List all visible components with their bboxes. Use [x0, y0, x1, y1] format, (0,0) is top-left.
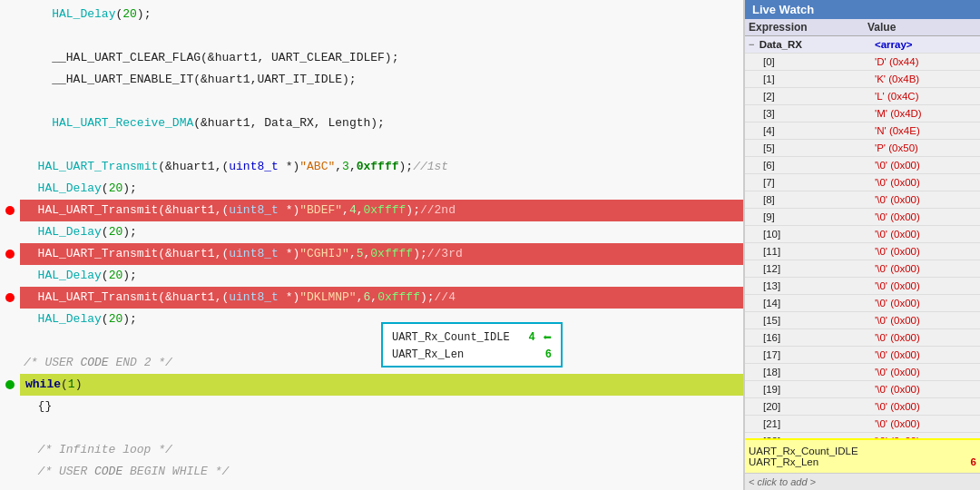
code-line: HAL_Delay(20); [0, 265, 743, 287]
code-line [0, 417, 743, 439]
watch-item-19[interactable]: [19] '\0' (0x00) [745, 381, 980, 398]
watch-item-11[interactable]: [11] '\0' (0x00) [745, 243, 980, 260]
code-line: HAL_Delay(20); [0, 221, 743, 243]
code-line: HAL_Delay(20); [0, 309, 743, 330]
watch-item-17[interactable]: [17] '\0' (0x00) [745, 347, 980, 364]
breakpoint-dot [5, 250, 15, 259]
line-text: HAL_UART_Transmit(&huart1,(uint8_t *)"CG… [20, 243, 743, 265]
watch-item-4-val: 'N' (0x4E) [871, 124, 980, 137]
code-line: HAL_Delay(20); [0, 178, 743, 200]
code-line [0, 91, 743, 113]
line-gutter [0, 439, 20, 461]
line-text [20, 91, 743, 113]
watch-item-15-val: '\0' (0x00) [871, 314, 980, 327]
watch-item-16[interactable]: [16] '\0' (0x00) [745, 329, 980, 347]
code-line-braces: {} [0, 396, 743, 417]
line-gutter [0, 156, 20, 178]
line-gutter [0, 309, 20, 330]
watch-val-root: <array> [871, 38, 980, 51]
tooltip-row-1: UART_Rx_Count_IDLE 4 ⬅ [392, 328, 552, 348]
watch-item-1[interactable]: [1] 'K' (0x4B) [745, 71, 980, 88]
code-line-while: while(1) [0, 374, 743, 396]
watch-item-18-val: '\0' (0x00) [871, 366, 980, 378]
line-gutter [0, 69, 20, 91]
line-gutter [0, 4, 20, 25]
line-gutter [0, 134, 20, 156]
watch-item-14-val: '\0' (0x00) [871, 297, 980, 309]
code-line: HAL_UART_Receive_DMA(&huart1, Data_RX, L… [0, 113, 743, 134]
watch-item-8[interactable]: [8] '\0' (0x00) [745, 191, 980, 209]
watch-item-9[interactable]: [9] '\0' (0x00) [745, 209, 980, 226]
watch-item-15[interactable]: [15] '\0' (0x00) [745, 312, 980, 329]
breakpoint-dot [5, 293, 15, 302]
watch-item-5-expr: [5] [745, 142, 871, 154]
line-text: HAL_Delay(20); [20, 4, 743, 25]
watch-rows[interactable]: − Data_RX <array> [0] 'D' (0x44) [1] 'K'… [745, 36, 980, 438]
watch-item-20[interactable]: [20] '\0' (0x00) [745, 398, 980, 416]
watch-item-2-expr: [2] [745, 90, 871, 103]
execution-dot [5, 380, 15, 389]
watch-item-3[interactable]: [3] 'M' (0x4D) [745, 105, 980, 122]
line-text: HAL_UART_Receive_DMA(&huart1, Data_RX, L… [20, 113, 743, 134]
line-gutter [0, 417, 20, 439]
watch-bottom: UART_Rx_Count_IDLE UART_Rx_Len 6 [745, 438, 980, 473]
watch-item-12[interactable]: [12] '\0' (0x00) [745, 260, 980, 278]
line-gutter [0, 396, 20, 417]
watch-item-1-val: 'K' (0x4B) [871, 73, 980, 85]
watch-item-7[interactable]: [7] '\0' (0x00) [745, 174, 980, 191]
watch-item-16-expr: [16] [745, 331, 871, 344]
minus-icon: − [749, 39, 754, 50]
watch-item-10[interactable]: [10] '\0' (0x00) [745, 226, 980, 243]
watch-item-21[interactable]: [21] '\0' (0x00) [745, 416, 980, 433]
watch-item-6[interactable]: [6] '\0' (0x00) [745, 157, 980, 174]
line-gutter [0, 91, 20, 113]
watch-item-21-expr: [21] [745, 417, 871, 430]
watch-item-14[interactable]: [14] '\0' (0x00) [745, 295, 980, 312]
col-val-label: Value [867, 21, 976, 34]
watch-item-4-expr: [4] [745, 124, 871, 137]
watch-item-20-val: '\0' (0x00) [871, 400, 980, 413]
line-text: HAL_UART_Transmit(&huart1,(uint8_t *)"DK… [20, 287, 743, 309]
arrow-icon: ⬅ [543, 328, 552, 347]
code-line-user-end: /* USER CODE END 2 */ [0, 352, 743, 374]
code-line: HAL_UART_Transmit(&huart1,(uint8_t *)"AB… [0, 156, 743, 178]
watch-item-13-expr: [13] [745, 279, 871, 292]
line-gutter [0, 374, 20, 396]
watch-item-4[interactable]: [4] 'N' (0x4E) [745, 122, 980, 140]
code-line: __HAL_UART_ENABLE_IT(&huart1,UART_IT_IDL… [0, 69, 743, 91]
uart-rx-count-label: UART_Rx_Count_IDLE [749, 446, 858, 456]
watch-header: Live Watch [745, 0, 980, 19]
line-text: __HAL_UART_ENABLE_IT(&huart1,UART_IT_IDL… [20, 69, 743, 91]
click-to-add[interactable]: < click to add > [745, 473, 980, 490]
code-line-infinite: /* Infinite loop */ [0, 439, 743, 461]
tooltip-row-2: UART_Rx_Len 6 [392, 348, 552, 362]
watch-item-13[interactable]: [13] '\0' (0x00) [745, 278, 980, 295]
watch-item-17-expr: [17] [745, 348, 871, 361]
watch-row-root[interactable]: − Data_RX <array> [745, 36, 980, 54]
watch-item-7-expr: [7] [745, 176, 871, 189]
line-text [20, 417, 743, 439]
line-text: /* Infinite loop */ [20, 439, 743, 461]
watch-item-5[interactable]: [5] 'P' (0x50) [745, 140, 980, 157]
watch-item-15-expr: [15] [745, 314, 871, 327]
watch-item-2[interactable]: [2] 'L' (0x4C) [745, 88, 980, 105]
tooltip-label-1: UART_Rx_Count_IDLE [392, 331, 510, 344]
watch-item-5-val: 'P' (0x50) [871, 142, 980, 154]
watch-bottom-row-2: UART_Rx_Len 6 [749, 456, 976, 467]
watch-item-18[interactable]: [18] '\0' (0x00) [745, 364, 980, 381]
watch-item-8-val: '\0' (0x00) [871, 193, 980, 206]
watch-item-13-val: '\0' (0x00) [871, 279, 980, 292]
watch-item-14-expr: [14] [745, 297, 871, 309]
tooltip-label-2: UART_Rx_Len [392, 348, 464, 361]
watch-item-19-expr: [19] [745, 383, 871, 396]
line-gutter [0, 330, 20, 352]
tooltip-value-2: 6 [545, 348, 552, 361]
watch-item-0[interactable]: [0] 'D' (0x44) [745, 54, 980, 71]
watch-item-9-expr: [9] [745, 211, 871, 223]
watch-item-0-val: 'D' (0x44) [871, 55, 980, 68]
tooltip-value-1: 4 [528, 331, 534, 344]
line-gutter [0, 461, 20, 483]
line-text: HAL_Delay(20); [20, 178, 743, 200]
line-text: __HAL_UART_CLEAR_FLAG(&huart1, UART_CLEA… [20, 47, 743, 69]
watch-item-7-val: '\0' (0x00) [871, 176, 980, 189]
